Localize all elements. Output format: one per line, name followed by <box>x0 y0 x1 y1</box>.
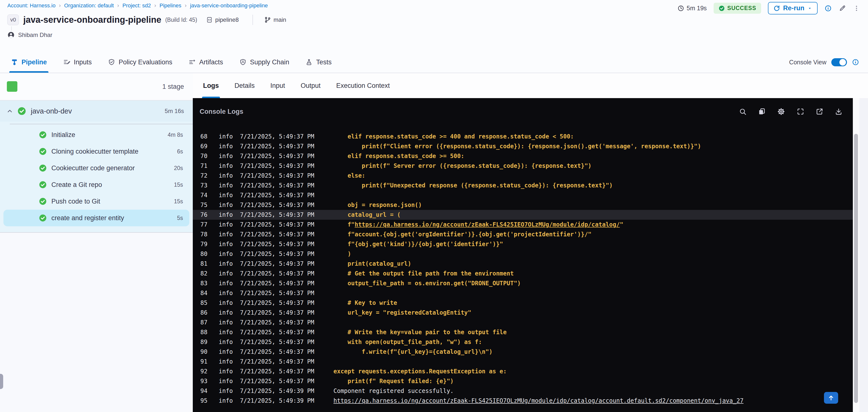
run-duration: 5m 19s <box>677 5 707 12</box>
log-line-number: 78 <box>197 229 208 239</box>
info-icon[interactable] <box>825 5 832 12</box>
log-line: 86info7/21/2025, 5:49:37 PM url_key = "r… <box>193 308 853 318</box>
log-level: info <box>219 347 233 357</box>
tab-policy-evaluations[interactable]: Policy Evaluations <box>108 52 172 73</box>
log-link[interactable]: https://qa.harness.io/ng/account/zEaak-F… <box>355 221 620 228</box>
step-row[interactable]: Initialize4m 8s <box>0 126 193 143</box>
step-row[interactable]: Cloning cookiecutter template6s <box>0 143 193 160</box>
log-tab-output[interactable]: Output <box>301 73 320 98</box>
drawer-handle[interactable] <box>0 374 3 389</box>
log-tab-execution-context[interactable]: Execution Context <box>336 73 390 98</box>
toggle-knob <box>839 59 846 66</box>
log-line-number: 85 <box>197 298 208 308</box>
tab-pipeline[interactable]: Pipeline <box>11 52 47 73</box>
log-message: print(f"Client error ({response.status_c… <box>334 141 701 151</box>
log-line-number: 79 <box>197 239 208 249</box>
console-view-label: Console View <box>789 59 827 66</box>
stage-row[interactable]: java-onb-dev 5m 16s <box>0 100 193 122</box>
log-line: 75info7/21/2025, 5:49:37 PM obj = respon… <box>193 200 853 210</box>
log-tabbar: LogsDetailsInputOutputExecution Context <box>193 73 868 98</box>
copy-icon[interactable] <box>758 108 766 116</box>
arrow-up-icon <box>827 394 835 402</box>
log-timestamp: 7/21/2025, 5:49:37 PM <box>240 220 314 229</box>
log-line: 93info7/21/2025, 5:49:37 PM print(f" Req… <box>193 376 853 386</box>
step-duration: 20s <box>174 165 183 171</box>
log-line-number: 90 <box>197 347 208 357</box>
log-message: f"https://qa.harness.io/ng/account/zEaak… <box>334 220 623 229</box>
open-new-tab-icon[interactable] <box>816 108 824 116</box>
step-row[interactable]: Create a Git repo15s <box>0 177 193 193</box>
log-timestamp: 7/21/2025, 5:49:37 PM <box>240 278 314 288</box>
breadcrumb-link[interactable]: Organization: default <box>64 2 114 9</box>
tab-supply-chain[interactable]: Supply Chain <box>239 52 289 73</box>
supply-chain-icon <box>239 59 247 66</box>
search-icon[interactable] <box>739 108 747 116</box>
stage-duration: 5m 16s <box>165 108 184 115</box>
console-panel: Console Logs 68info7/21/2025, 5:49:37 PM… <box>193 98 860 412</box>
log-text: url_key = "registeredCatalogEntity" <box>334 309 471 316</box>
edit-pencil-icon[interactable] <box>839 5 846 12</box>
step-row[interactable]: Cookiecutter code generator20s <box>0 160 193 177</box>
log-text: print(f"Unexpected response ({response.s… <box>334 182 613 189</box>
log-tab-input[interactable]: Input <box>270 73 285 98</box>
stage-status-square[interactable] <box>7 81 18 92</box>
log-link[interactable]: https://qa.harness.io/ng/account/zEaak-F… <box>334 397 743 404</box>
log-timestamp: 7/21/2025, 5:49:37 PM <box>240 200 314 210</box>
log-line-number: 70 <box>197 151 208 161</box>
log-level: info <box>219 181 233 190</box>
log-level: info <box>219 259 233 268</box>
log-scrollbar <box>853 98 860 412</box>
scroll-top-button[interactable] <box>824 392 838 404</box>
log-timestamp: 7/21/2025, 5:49:37 PM <box>240 181 314 190</box>
log-timestamp: 7/21/2025, 5:49:37 PM <box>240 298 314 308</box>
stage-sidebar: 1 stage java-onb-dev 5m 16s Initialize4m… <box>0 73 193 412</box>
rerun-button[interactable]: Re-run <box>768 2 817 14</box>
console-view-info-icon[interactable] <box>852 59 859 66</box>
log-tab-details[interactable]: Details <box>235 73 255 98</box>
log-level: info <box>219 268 233 278</box>
step-success-icon <box>39 214 47 222</box>
log-line-number: 81 <box>197 259 208 268</box>
branch-chip[interactable]: main <box>264 17 286 23</box>
log-timestamp: 7/21/2025, 5:49:37 PM <box>240 318 314 327</box>
repo-chip[interactable]: pipeline8 <box>206 17 239 23</box>
git-branch-icon <box>264 17 271 23</box>
step-row[interactable]: create and register entity5s <box>3 210 189 226</box>
breadcrumb: Account: Harness.io›Organization: defaul… <box>7 2 268 9</box>
log-timestamp: 7/21/2025, 5:49:37 PM <box>240 337 314 347</box>
log-message: obj = response.json() <box>334 200 422 210</box>
log-timestamp: 7/21/2025, 5:49:37 PM <box>240 347 314 357</box>
settings-icon[interactable] <box>777 107 785 116</box>
tab-artifacts[interactable]: Artifacts <box>188 52 223 73</box>
download-icon[interactable] <box>835 108 842 116</box>
log-level: info <box>219 327 233 337</box>
policy-shield-icon <box>108 59 115 66</box>
log-line: 90info7/21/2025, 5:49:37 PM f.write(f"{u… <box>193 347 853 357</box>
log-line: 70info7/21/2025, 5:49:37 PM elif respons… <box>193 151 853 161</box>
log-line: 88info7/21/2025, 5:49:37 PM # Write the … <box>193 327 853 337</box>
log-level: info <box>219 288 233 298</box>
kebab-menu-icon[interactable] <box>853 5 860 12</box>
log-message: f"{obj.get('kind')}/{obj.get('identifier… <box>334 239 503 249</box>
tab-inputs[interactable]: Inputs <box>63 52 92 73</box>
log-timestamp: 7/21/2025, 5:49:37 PM <box>240 132 314 141</box>
breadcrumb-link[interactable]: Project: sd2 <box>123 2 151 9</box>
step-list: Initialize4m 8sCloning cookiecutter temp… <box>0 126 193 226</box>
step-row[interactable]: Push code to Git15s <box>0 193 193 210</box>
log-timestamp: 7/21/2025, 5:49:37 PM <box>240 268 314 278</box>
log-tab-logs[interactable]: Logs <box>203 73 219 98</box>
breadcrumb-link[interactable]: Account: Harness.io <box>7 2 56 9</box>
log-line-number: 87 <box>197 318 208 327</box>
log-timestamp: 7/21/2025, 5:49:37 PM <box>240 327 314 337</box>
breadcrumb-link[interactable]: java-service-onboarding-pipeline <box>190 2 268 9</box>
fullscreen-icon[interactable] <box>797 108 804 116</box>
log-scrollbar-thumb[interactable] <box>854 134 858 403</box>
breadcrumb-link[interactable]: Pipelines <box>159 2 181 9</box>
stage-count-label: 1 stage <box>162 73 184 100</box>
tab-tests[interactable]: Tests <box>305 52 332 73</box>
divider <box>10 124 193 124</box>
console-view-toggle[interactable] <box>831 58 847 66</box>
log-line-number: 95 <box>197 396 208 406</box>
log-line-number: 74 <box>197 190 208 200</box>
chevron-up-icon[interactable] <box>6 108 13 115</box>
